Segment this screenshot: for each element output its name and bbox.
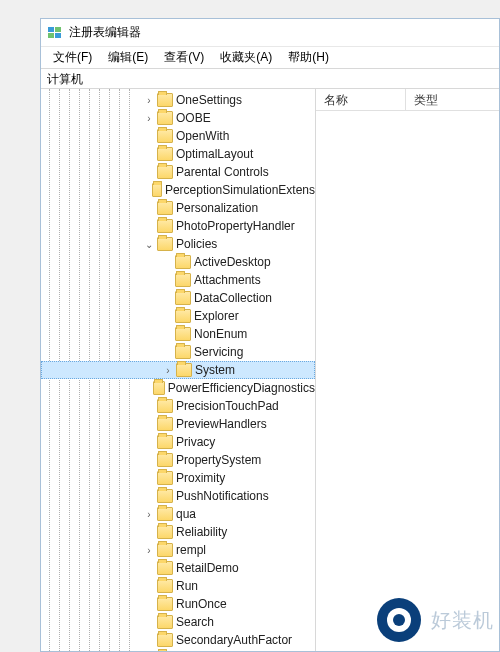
tree-node-label: Attachments (194, 273, 261, 287)
folder-icon (157, 489, 173, 503)
folder-icon (157, 111, 173, 125)
menu-edit[interactable]: 编辑(E) (100, 47, 156, 68)
folder-icon (153, 381, 165, 395)
folder-icon (157, 561, 173, 575)
column-type[interactable]: 类型 (406, 89, 499, 110)
menu-view[interactable]: 查看(V) (156, 47, 212, 68)
tree-node[interactable]: ›Servicing (41, 343, 315, 361)
tree-node[interactable]: ›System (41, 361, 315, 379)
tree-node[interactable]: ›DataCollection (41, 289, 315, 307)
value-pane: 名称 类型 (316, 89, 499, 651)
registry-tree[interactable]: ›OneSettings›OOBE›OpenWith›OptimalLayout… (41, 89, 315, 651)
app-icon (47, 25, 63, 41)
folder-icon (157, 399, 173, 413)
tree-node[interactable]: ›Privacy (41, 433, 315, 451)
tree-node[interactable]: ›NonEnum (41, 325, 315, 343)
folder-icon (157, 93, 173, 107)
tree-node[interactable]: ›RetailDemo (41, 559, 315, 577)
tree-node-label: rempl (176, 543, 206, 557)
menu-favorites[interactable]: 收藏夹(A) (212, 47, 280, 68)
folder-icon (175, 291, 191, 305)
tree-node[interactable]: ›ActiveDesktop (41, 253, 315, 271)
tree-node-label: Parental Controls (176, 165, 269, 179)
tree-node[interactable]: ⌄Policies (41, 235, 315, 253)
tree-node-label: PhotoPropertyHandler (176, 219, 295, 233)
tree-node-label: Run (176, 579, 198, 593)
tree-node-label: SecondaryAuthFactor (176, 633, 292, 647)
chevron-right-icon[interactable]: › (143, 113, 155, 124)
folder-icon (157, 129, 173, 143)
tree-node[interactable]: ›Proximity (41, 469, 315, 487)
tree-node[interactable]: ›OpenWith (41, 127, 315, 145)
tree-node[interactable]: ›PushNotifications (41, 487, 315, 505)
tree-node[interactable]: ›Security and Maintenance (41, 649, 315, 651)
folder-icon (175, 309, 191, 323)
tree-node[interactable]: ›Attachments (41, 271, 315, 289)
tree-node-label: DataCollection (194, 291, 272, 305)
menubar: 文件(F) 编辑(E) 查看(V) 收藏夹(A) 帮助(H) (41, 47, 499, 69)
folder-icon (175, 255, 191, 269)
tree-node[interactable]: ›PrecisionTouchPad (41, 397, 315, 415)
svg-rect-1 (55, 27, 61, 32)
tree-node-label: PreviewHandlers (176, 417, 267, 431)
tree-node-label: OptimalLayout (176, 147, 253, 161)
folder-icon (157, 543, 173, 557)
tree-node[interactable]: ›PowerEfficiencyDiagnostics (41, 379, 315, 397)
column-headers: 名称 类型 (316, 89, 499, 111)
menu-file[interactable]: 文件(F) (45, 47, 100, 68)
tree-node[interactable]: ›Reliability (41, 523, 315, 541)
tree-node-label: Personalization (176, 201, 258, 215)
tree-node[interactable]: ›Run (41, 577, 315, 595)
tree-node[interactable]: ›Parental Controls (41, 163, 315, 181)
window-title: 注册表编辑器 (69, 24, 141, 41)
folder-icon (157, 615, 173, 629)
chevron-right-icon[interactable]: › (143, 545, 155, 556)
chevron-down-icon[interactable]: ⌄ (143, 239, 155, 250)
tree-node-label: Policies (176, 237, 217, 251)
address-bar[interactable]: 计算机 (41, 69, 499, 89)
tree-node-label: System (195, 363, 235, 377)
folder-icon (157, 435, 173, 449)
tree-node-label: RetailDemo (176, 561, 239, 575)
menu-help[interactable]: 帮助(H) (280, 47, 337, 68)
tree-node[interactable]: ›Explorer (41, 307, 315, 325)
chevron-right-icon[interactable]: › (143, 509, 155, 520)
tree-node-label: Privacy (176, 435, 215, 449)
folder-icon (157, 525, 173, 539)
column-name[interactable]: 名称 (316, 89, 406, 110)
tree-node-label: PowerEfficiencyDiagnostics (168, 381, 315, 395)
tree-node[interactable]: ›OOBE (41, 109, 315, 127)
tree-node[interactable]: ›PreviewHandlers (41, 415, 315, 433)
folder-icon (157, 597, 173, 611)
tree-node[interactable]: ›RunOnce (41, 595, 315, 613)
tree-node[interactable]: ›PropertySystem (41, 451, 315, 469)
tree-node-label: PushNotifications (176, 489, 269, 503)
svg-rect-2 (48, 33, 54, 38)
tree-node[interactable]: ›PhotoPropertyHandler (41, 217, 315, 235)
folder-icon (175, 273, 191, 287)
tree-node-label: OpenWith (176, 129, 229, 143)
tree-node[interactable]: ›OneSettings (41, 91, 315, 109)
tree-node[interactable]: ›Personalization (41, 199, 315, 217)
tree-node-label: Proximity (176, 471, 225, 485)
folder-icon (157, 165, 173, 179)
folder-icon (175, 345, 191, 359)
tree-node[interactable]: ›qua (41, 505, 315, 523)
tree-pane: ›OneSettings›OOBE›OpenWith›OptimalLayout… (41, 89, 316, 651)
tree-node-label: Servicing (194, 345, 243, 359)
tree-node[interactable]: ›PerceptionSimulationExtens (41, 181, 315, 199)
folder-icon (176, 363, 192, 377)
tree-node-label: Search (176, 615, 214, 629)
tree-node[interactable]: ›OptimalLayout (41, 145, 315, 163)
chevron-right-icon[interactable]: › (143, 95, 155, 106)
content-area: ›OneSettings›OOBE›OpenWith›OptimalLayout… (41, 89, 499, 651)
folder-icon (157, 147, 173, 161)
tree-node-label: Explorer (194, 309, 239, 323)
folder-icon (157, 579, 173, 593)
tree-node[interactable]: ›Search (41, 613, 315, 631)
tree-node[interactable]: ›SecondaryAuthFactor (41, 631, 315, 649)
tree-node[interactable]: ›rempl (41, 541, 315, 559)
svg-rect-3 (55, 33, 61, 38)
chevron-right-icon[interactable]: › (162, 365, 174, 376)
tree-node-label: RunOnce (176, 597, 227, 611)
